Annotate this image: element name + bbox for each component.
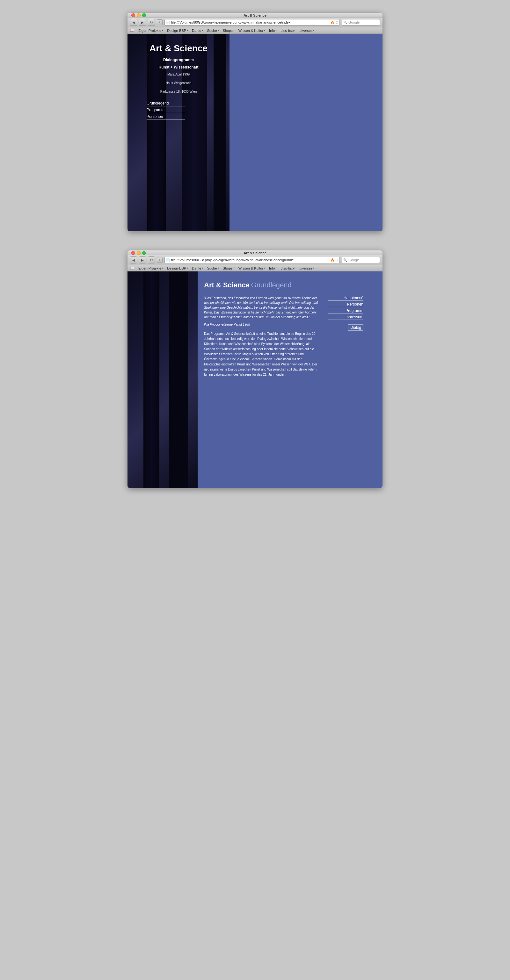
site-info-date: März/April 1999 bbox=[134, 72, 223, 77]
bookmark-label: Shops bbox=[223, 266, 233, 270]
bookmark-label: diss-bsp bbox=[280, 266, 293, 270]
bookmark-diss-bsp-2[interactable]: diss-bsp ▾ bbox=[280, 266, 295, 270]
bookmark-info[interactable]: Info ▾ bbox=[269, 29, 277, 32]
bookmark-wissen-kultur-2[interactable]: Wissen & Kultur ▾ bbox=[238, 266, 265, 270]
bookmark-label: Wissen & Kultur bbox=[238, 29, 263, 32]
url-text-1: file:///Volumes/80GB/.projekte/eigenwerb… bbox=[171, 21, 330, 24]
dropdown-arrow: ▾ bbox=[313, 29, 314, 32]
url-file-icon: 📄 bbox=[166, 21, 170, 24]
bookmark-diss-bsp[interactable]: diss-bsp ▾ bbox=[280, 29, 295, 32]
site-subtitle-line1: Dialogprogramm bbox=[134, 57, 223, 63]
site2-right-nav: Hauptmenü Personen Programm Impressum Di… bbox=[325, 296, 363, 377]
site2-nav-programm[interactable]: Programm bbox=[328, 309, 363, 313]
bookmark-wissen-kultur[interactable]: Wissen & Kultur ▾ bbox=[238, 29, 265, 32]
bookmark-label: Info bbox=[269, 266, 275, 270]
site2-quote-text: "Das Entstehen, das Erschaffen von Forme… bbox=[204, 296, 319, 320]
bookmark-label: Dante bbox=[192, 266, 201, 270]
site2-nav-hauptmenu[interactable]: Hauptmenü bbox=[328, 296, 363, 301]
bookmarks-icon: 📖 bbox=[130, 29, 134, 32]
site2-nav-dialog[interactable]: Dialog bbox=[348, 325, 363, 331]
site-info-address: Parkgasse 18, 1030 Wien bbox=[134, 89, 223, 94]
bookmarks-bar-1: 📖 Eigen-Projekte ▾ Design-BSP ▾ Dante ▾ … bbox=[128, 27, 382, 34]
toolbar-1: ◀ ▶ ↻ + 📄 file:///Volumes/80GB/.projekte… bbox=[128, 18, 382, 27]
forward-button-2[interactable]: ▶ bbox=[139, 256, 146, 264]
url-refresh-icon: 🔥 bbox=[330, 21, 335, 24]
forward-button[interactable]: ▶ bbox=[139, 19, 146, 26]
minimize-button-2[interactable] bbox=[137, 251, 140, 255]
maximize-button-2[interactable] bbox=[142, 251, 146, 255]
dropdown-arrow: ▾ bbox=[294, 267, 295, 269]
site-subtitle-line2: Kunst + Wissenschaft bbox=[134, 65, 223, 70]
search-magnifier-icon-2: 🔍 bbox=[343, 258, 347, 262]
site2-nav-impressum[interactable]: Impressum bbox=[328, 315, 363, 320]
minimize-button[interactable] bbox=[137, 13, 140, 17]
bookmark-label: Eigen-Projekte bbox=[138, 29, 161, 32]
search-bar-1[interactable]: 🔍 Google bbox=[342, 19, 380, 25]
bookmark-label: Eigen-Projekte bbox=[138, 266, 161, 270]
browser-window-2: Art & Science ◀ ▶ ↻ + 📄 file:///Volumes/… bbox=[128, 250, 382, 488]
bookmark-eigen-projekte-2[interactable]: Eigen-Projekte ▾ bbox=[138, 266, 163, 270]
nav-link-programm[interactable]: Programm bbox=[147, 107, 185, 113]
site2-main-content: "Das Entstehen, das Erschaffen von Forme… bbox=[204, 296, 376, 377]
window-title-1: Art & Science bbox=[244, 13, 266, 17]
dropdown-arrow: ▾ bbox=[233, 29, 234, 32]
url-q-icon: Q bbox=[336, 21, 338, 24]
bookmark-shops[interactable]: Shops ▾ bbox=[223, 29, 234, 32]
url-bar-2[interactable]: 📄 file:///Volumes/80GB/.projekte/eigenwe… bbox=[164, 257, 340, 263]
bookmark-shops-2[interactable]: Shops ▾ bbox=[223, 266, 234, 270]
site-background-1: Art & Science Dialogprogramm Kunst + Wis… bbox=[128, 34, 382, 231]
search-bar-2[interactable]: 🔍 Google bbox=[342, 257, 380, 263]
close-button-2[interactable] bbox=[131, 251, 135, 255]
website-content-2: Art & Science Grundlegend "Das Entstehen… bbox=[128, 272, 382, 488]
dropdown-arrow: ▾ bbox=[264, 29, 265, 32]
nav-link-grundlegend[interactable]: Grundlegend bbox=[147, 100, 185, 107]
url-text-2: file:///Volumes/80GB/.projekte/eigenwerb… bbox=[171, 258, 330, 262]
site-nav-links: Grundlegend Programm Personen bbox=[134, 100, 223, 120]
dropdown-arrow: ▾ bbox=[218, 29, 219, 32]
toolbar-2: ◀ ▶ ↻ + 📄 file:///Volumes/80GB/.projekte… bbox=[128, 255, 382, 265]
site2-subtitle: Grundlegend bbox=[251, 281, 292, 289]
refresh-button[interactable]: ↻ bbox=[148, 19, 155, 26]
traffic-lights-2 bbox=[131, 251, 146, 255]
url-bar-1[interactable]: 📄 file:///Volumes/80GB/.projekte/eigenwe… bbox=[164, 19, 340, 25]
back-button-2[interactable]: ◀ bbox=[130, 256, 137, 264]
bookmark-dante-2[interactable]: Dante ▾ bbox=[192, 266, 203, 270]
maximize-button[interactable] bbox=[142, 13, 146, 17]
search-placeholder-1: Google bbox=[348, 21, 360, 24]
bookmark-label: Design-BSP bbox=[167, 266, 186, 270]
search-placeholder-2: Google bbox=[348, 258, 360, 262]
website-content-1: Art & Science Dialogprogramm Kunst + Wis… bbox=[128, 34, 382, 231]
bookmark-dante[interactable]: Dante ▾ bbox=[192, 29, 203, 32]
site2-text-column: "Das Entstehen, das Erschaffen von Forme… bbox=[204, 296, 319, 377]
dropdown-arrow: ▾ bbox=[202, 267, 203, 269]
url-file-icon-2: 📄 bbox=[166, 258, 170, 262]
back-button[interactable]: ◀ bbox=[130, 19, 137, 26]
bookmarks-bar-2: 📖 Eigen-Projekte ▾ Design-BSP ▾ Dante ▾ … bbox=[128, 265, 382, 272]
bookmark-eigen-projekte[interactable]: Eigen-Projekte ▾ bbox=[138, 29, 163, 32]
bookmark-design-bsp[interactable]: Design-BSP ▾ bbox=[167, 29, 188, 32]
nav-link-personen[interactable]: Personen bbox=[147, 114, 185, 120]
dropdown-arrow: ▾ bbox=[276, 29, 277, 32]
site2-photo-panel bbox=[128, 272, 198, 488]
bookmark-diverses-2[interactable]: diverses ▾ bbox=[299, 266, 314, 270]
site-text-area: Art & Science Dialogprogramm Kunst + Wis… bbox=[128, 34, 230, 231]
bookmark-info-2[interactable]: Info ▾ bbox=[269, 266, 277, 270]
bookmark-label: diss-bsp bbox=[280, 29, 293, 32]
add-button[interactable]: + bbox=[157, 19, 163, 25]
close-button[interactable] bbox=[131, 13, 135, 17]
bookmarks-icon-2: 📖 bbox=[130, 266, 134, 270]
browser-window-1: Art & Science ◀ ▶ ↻ + 📄 file:///Volumes/… bbox=[128, 13, 382, 231]
refresh-button-2[interactable]: ↻ bbox=[148, 256, 155, 264]
bookmark-diverses[interactable]: diverses ▾ bbox=[299, 29, 314, 32]
add-button-2[interactable]: + bbox=[157, 257, 163, 263]
dropdown-arrow: ▾ bbox=[187, 267, 188, 269]
titlebar-2: Art & Science bbox=[128, 250, 382, 255]
site2-body-text: Das Programm Art & Science knüpft an ein… bbox=[204, 331, 319, 377]
bookmark-suche[interactable]: Suche ▾ bbox=[207, 29, 219, 32]
bookmark-design-bsp-2[interactable]: Design-BSP ▾ bbox=[167, 266, 188, 270]
bookmark-label: diverses bbox=[299, 266, 312, 270]
bookmark-suche-2[interactable]: Suche ▾ bbox=[207, 266, 219, 270]
content-overlay-1: Art & Science Dialogprogramm Kunst + Wis… bbox=[128, 34, 382, 231]
window-title-2: Art & Science bbox=[244, 251, 266, 255]
site2-nav-personen[interactable]: Personen bbox=[328, 302, 363, 307]
